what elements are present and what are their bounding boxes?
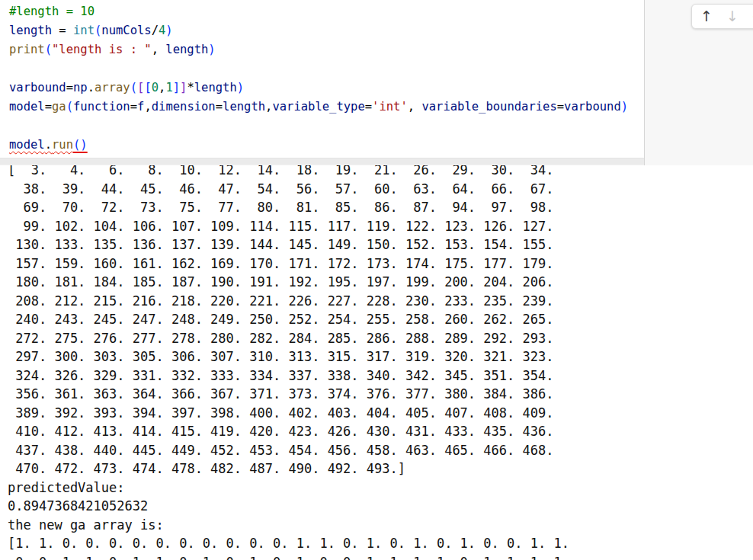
code-token: . (45, 138, 52, 152)
cell-toolbar: ↑ ↓ ⋯ (691, 4, 753, 29)
code-token: ( (95, 24, 101, 37)
code-token: , (265, 100, 272, 114)
code-token: variable_boundaries (421, 100, 556, 114)
code-token: ) (621, 100, 628, 114)
cell-output-text: [ 3. 4. 6. 8. 10. 12. 14. 18. 19. 21. 26… (8, 161, 569, 560)
code-token: f (137, 100, 144, 114)
code-token: length (165, 43, 208, 56)
code-token: () (73, 138, 88, 152)
code-line[interactable] (9, 117, 644, 136)
cell-output: [ 3. 4. 6. 8. 10. 12. 14. 18. 19. 21. 26… (0, 165, 753, 560)
code-token: , (144, 100, 151, 114)
code-token: run (52, 138, 73, 152)
arrow-down-icon: ↓ (726, 9, 739, 24)
move-cell-up-button[interactable]: ↑ (694, 5, 719, 27)
code-token: 1 (165, 81, 172, 94)
code-token: #length = 10 (9, 5, 95, 18)
code-token: = (130, 100, 137, 114)
code-token: dimension (152, 100, 216, 114)
code-token: 0 (152, 81, 159, 94)
code-token: [ (144, 81, 151, 94)
code-token: print (9, 43, 45, 56)
code-line[interactable]: #length = 10 (9, 2, 644, 21)
code-token: ( (45, 43, 52, 56)
code-token: = (66, 81, 73, 94)
code-token: function (73, 100, 130, 114)
code-token: model (9, 138, 45, 152)
code-token: ) (237, 81, 244, 94)
arrow-up-icon: ↑ (700, 9, 713, 24)
code-token: varbound (9, 81, 66, 94)
cell-output-separator (0, 158, 644, 165)
code-cell[interactable]: #length = 10length = int(numCols/4)print… (0, 0, 644, 158)
code-token: length (9, 24, 52, 37)
code-line[interactable]: length = int(numCols/4) (9, 21, 644, 40)
code-token: variable_type (272, 100, 364, 114)
code-line[interactable]: varbound=np.array([[0,1]]*length) (9, 78, 644, 98)
code-token: array (95, 81, 130, 94)
code-token: , (408, 100, 422, 114)
code-token: length (194, 81, 237, 94)
code-token: [ (137, 81, 144, 94)
code-token: ( (66, 100, 73, 114)
more-actions-button[interactable]: ⋯ (745, 5, 753, 27)
code-token: model (9, 100, 45, 114)
code-token: = (216, 100, 223, 114)
code-token: = (365, 100, 372, 114)
code-token: "length is : " (52, 43, 152, 56)
move-cell-down-button[interactable]: ↓ (719, 5, 745, 27)
code-line[interactable] (9, 59, 644, 78)
code-token: = (557, 100, 564, 114)
code-token: . (88, 81, 95, 94)
code-token: , (159, 81, 165, 94)
code-token: , (152, 43, 166, 56)
code-token: = (52, 24, 73, 37)
code-token: 'int' (372, 100, 408, 114)
code-token: length (223, 100, 265, 114)
code-token: ) (165, 24, 172, 37)
code-token: ] (173, 81, 180, 94)
code-token: ( (130, 81, 137, 94)
code-token: / (152, 24, 159, 37)
code-token: np (73, 81, 88, 94)
code-line[interactable]: model=ga(function=f,dimension=length,var… (9, 98, 644, 117)
code-token: = (45, 100, 52, 114)
code-line[interactable]: model.run() (9, 136, 644, 155)
code-token: int (73, 24, 95, 37)
code-token: 4 (159, 24, 165, 37)
code-line[interactable]: print("length is : ", length) (9, 40, 644, 59)
code-token: * (187, 81, 194, 94)
code-token: varbound (564, 100, 621, 114)
code-token: ) (208, 43, 215, 56)
code-lines[interactable]: #length = 10length = int(numCols/4)print… (0, 0, 644, 155)
code-token: numCols (101, 24, 151, 37)
code-token: ga (52, 100, 66, 114)
